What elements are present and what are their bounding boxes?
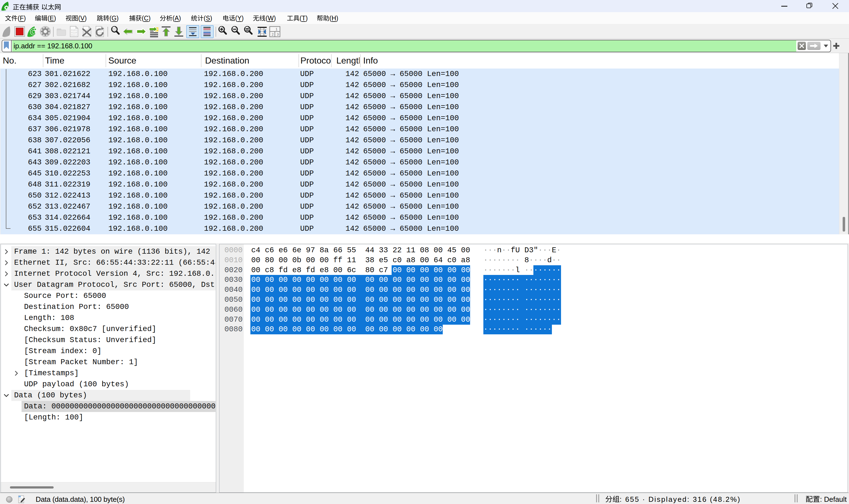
svg-text:3: 3 — [277, 32, 279, 36]
svg-text:0111: 0111 — [71, 34, 77, 37]
svg-text:1: 1 — [275, 27, 277, 31]
svg-text:2: 2 — [272, 32, 274, 36]
